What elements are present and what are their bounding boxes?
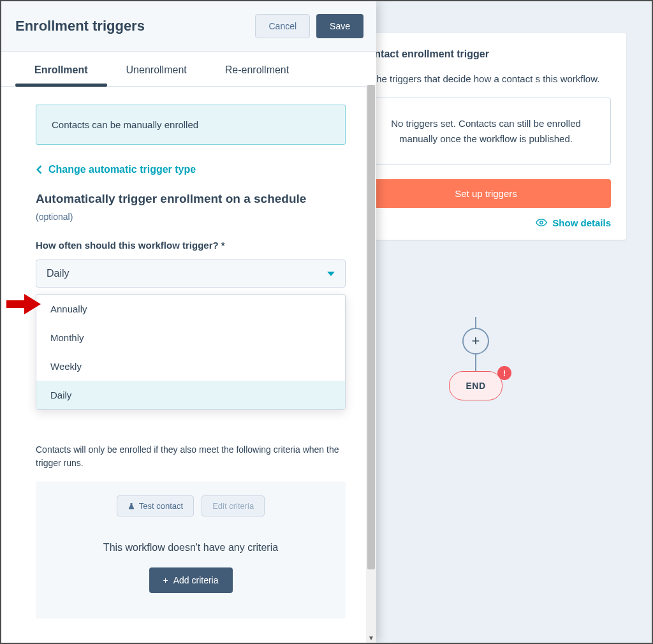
no-triggers-box: No triggers set. Contacts can still be e… xyxy=(361,98,611,165)
scrollbar[interactable]: ▼ xyxy=(366,85,376,643)
schedule-section-main: Automatically trigger enrollment on a sc… xyxy=(36,192,306,205)
add-criteria-label: Add criteria xyxy=(173,575,219,585)
cancel-button[interactable]: Cancel xyxy=(255,14,310,38)
add-criteria-button[interactable]: + Add criteria xyxy=(149,567,233,593)
edit-criteria-button[interactable]: Edit criteria xyxy=(202,495,265,516)
schedule-section-title: Automatically trigger enrollment on a sc… xyxy=(36,191,346,224)
eye-icon xyxy=(536,217,547,228)
chevron-down-icon xyxy=(327,272,335,276)
frequency-dropdown-menu: Annually Monthly Weekly Daily xyxy=(36,294,346,410)
panel-body[interactable]: Contacts can be manually enrolled Change… xyxy=(1,87,376,643)
tab-unenrollment[interactable]: Unenrollment xyxy=(107,52,206,86)
workflow-end-node[interactable]: END xyxy=(449,371,503,400)
show-details-label: Show details xyxy=(552,217,611,228)
show-details-link[interactable]: Show details xyxy=(361,217,611,240)
test-contact-label: Test contact xyxy=(139,501,183,511)
scrollbar-thumb[interactable] xyxy=(367,85,375,569)
frequency-option-monthly[interactable]: Monthly xyxy=(36,323,345,352)
setup-triggers-button[interactable]: Set up triggers xyxy=(361,179,611,208)
schedule-section-optional: (optional) xyxy=(36,212,73,222)
frequency-label: How often should this workflow trigger? … xyxy=(36,240,346,251)
workflow-connector xyxy=(475,354,476,372)
tab-reenrollment[interactable]: Re-enrollment xyxy=(206,52,308,86)
flask-icon xyxy=(128,502,135,510)
change-trigger-type-label: Change automatic trigger type xyxy=(48,164,196,175)
panel-tabs: Enrollment Unenrollment Re-enrollment xyxy=(1,52,376,87)
frequency-option-annually[interactable]: Annually xyxy=(36,295,345,323)
test-contact-button[interactable]: Test contact xyxy=(117,495,194,516)
panel-header: Enrollment triggers Cancel Save xyxy=(1,1,376,52)
alert-icon: ! xyxy=(497,366,511,380)
save-button[interactable]: Save xyxy=(316,14,363,38)
criteria-help-text: Contacts will only be enrolled if they a… xyxy=(36,443,346,470)
frequency-selected-value: Daily xyxy=(47,268,70,279)
enrollment-triggers-panel: Enrollment triggers Cancel Save Enrollme… xyxy=(1,1,376,643)
criteria-box: Test contact Edit criteria This workflow… xyxy=(36,481,346,618)
panel-title: Enrollment triggers xyxy=(15,18,145,34)
frequency-option-daily[interactable]: Daily xyxy=(36,381,345,409)
tab-enrollment[interactable]: Enrollment xyxy=(15,52,107,86)
change-trigger-type-link[interactable]: Change automatic trigger type xyxy=(36,164,346,175)
frequency-option-weekly[interactable]: Weekly xyxy=(36,352,345,381)
chevron-left-icon xyxy=(36,165,42,174)
enrollment-trigger-card: Contact enrollment trigger se the trigge… xyxy=(346,33,626,240)
trigger-card-title: Contact enrollment trigger xyxy=(361,48,611,60)
criteria-empty-text: This workflow doesn't have any criteria xyxy=(51,542,330,553)
plus-icon: + xyxy=(163,575,168,585)
scroll-down-arrow[interactable]: ▼ xyxy=(366,633,376,643)
manual-enroll-info: Contacts can be manually enrolled xyxy=(36,105,346,145)
frequency-select[interactable]: Daily xyxy=(36,260,346,288)
add-step-button[interactable]: + xyxy=(462,328,489,355)
svg-point-0 xyxy=(540,221,543,224)
trigger-card-desc: se the triggers that decide how a contac… xyxy=(361,71,611,86)
